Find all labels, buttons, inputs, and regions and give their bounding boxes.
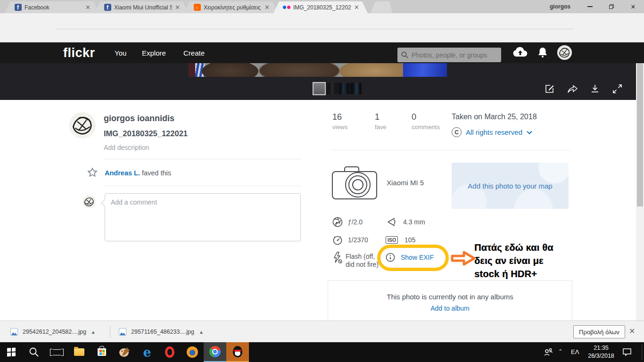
aperture-icon [332,217,343,229]
language-indicator[interactable]: ΕΛ [571,348,579,355]
add-to-map-link[interactable]: Add this photo to your map [468,182,552,190]
people-icon[interactable] [543,348,553,358]
start-button[interactable] [0,342,23,362]
views-count: 16 [332,112,342,122]
task-view-button[interactable] [45,342,68,362]
iso-icon: ISO [386,236,398,244]
show-desktop-button[interactable] [642,344,642,360]
photo-person [259,63,339,77]
annotation-text-line1: Πατάς εδώ και θα [474,242,553,253]
flickr-favicon-icon [283,4,290,11]
share-icon[interactable] [566,82,578,95]
opera-button[interactable] [158,342,181,362]
upload-cloud-icon[interactable] [512,47,528,60]
photo-image[interactable] [189,63,447,77]
tab-close-icon[interactable]: ✕ [354,4,359,10]
comments-count: 0 [412,112,416,122]
page-scrollbar[interactable]: ▲ [636,42,644,321]
photo-thumbnail[interactable] [350,83,362,94]
nav-create[interactable]: Create [183,49,205,57]
faved-by-line: Andreas L. faved this [105,169,171,177]
close-downloads-icon[interactable]: ✕ [629,327,635,336]
tab-flickr-active[interactable]: IMG_20180325_122021 | ✕ [273,1,368,13]
commenter-avatar [83,195,96,208]
firefox-icon [187,346,198,358]
highlight-oval-annotation [377,245,449,271]
download-item[interactable]: 29542612_204582....jpg ▲ [6,325,107,339]
chevron-down-icon [527,131,532,134]
comment-input-wrapper [105,193,301,241]
profile-name-badge[interactable]: giorgos [550,3,570,10]
photo-thumbnail[interactable] [339,83,350,94]
file-explorer-button[interactable] [68,342,91,362]
firefox-button[interactable] [181,342,204,362]
notifications-bell-icon[interactable] [537,47,548,60]
annotation-text-line2: δεις αν είναι με [474,255,544,266]
user-avatar[interactable] [557,45,572,60]
tab-xiaomi-gr[interactable]: ⌂ Χειροκίνητες ρυθμίσεις κ ✕ [184,1,278,13]
download-bar: 29542612_204582....jpg ▲ 29571165_486233… [0,321,644,342]
add-to-map-box[interactable]: Add this photo to your map [452,163,569,209]
tab-xiaomi-miui[interactable]: f Xiaomi Miui Unofficial Su ✕ [94,1,189,13]
download-menu-chevron-icon[interactable]: ▲ [91,329,96,335]
scrollbar-thumb[interactable] [637,51,643,206]
flickr-logo[interactable]: flickr [63,46,95,60]
shutter-value: 1/2370 [348,236,368,244]
download-icon[interactable] [589,82,601,95]
iso-value: 105 [405,236,415,244]
tab-close-icon[interactable]: ✕ [85,4,91,10]
owner-name[interactable]: giorgos ioannidis [104,114,174,123]
fullscreen-icon[interactable] [611,82,623,95]
owner-avatar[interactable] [69,112,96,139]
faves-count[interactable]: 1 [375,112,380,122]
nav-you[interactable]: You [115,49,126,57]
qq-button[interactable] [226,342,249,362]
taskbar-search-button[interactable] [23,342,45,362]
show-all-downloads-button[interactable]: Προβολή όλων [573,325,625,338]
microsoft-store-button[interactable] [91,342,113,362]
add-description-link[interactable]: Add description [104,144,149,151]
edge-button[interactable]: e [136,342,158,362]
bookmarks-bar: MI en.miui.com ö c.mi.com ⌂ Xiaomi-Miui.… [0,29,644,42]
edge-icon: e [143,346,151,359]
search-input[interactable] [412,51,492,59]
clock[interactable]: 21:35 26/3/2018 [585,344,618,360]
arrow-annotation-icon [451,250,476,269]
action-center-icon[interactable] [622,348,632,358]
flickr-search-box[interactable] [397,48,501,62]
close-button[interactable]: ✕ [622,0,644,13]
minimize-button[interactable] [579,0,601,13]
new-tab-button[interactable] [371,1,392,13]
fave-star-icon [87,167,98,180]
browser-titlebar: f Facebook ✕ f Xiaomi Miui Unofficial Su… [0,0,644,13]
tab-title: Xiaomi Miui Unofficial Su [114,4,172,11]
tab-close-icon[interactable]: ✕ [175,4,180,10]
tab-title: Χειροκίνητες ρυθμίσεις κ [204,4,262,11]
restore-button[interactable] [601,0,622,13]
facebook-favicon-icon: f [14,4,22,11]
comment-input[interactable] [105,194,300,241]
albums-box: This photo is currently not in any album… [328,280,572,325]
taken-date: Taken on March 25, 2018 [452,113,537,121]
nav-explore[interactable]: Explore [142,49,166,57]
download-menu-chevron-icon[interactable]: ▲ [199,329,204,335]
faves-label[interactable]: fave [375,123,387,131]
photo-thumbnail-selected[interactable] [314,83,325,94]
faver-name-link[interactable]: Andreas L. [105,169,140,177]
edit-photo-icon[interactable] [543,82,555,95]
camera-model[interactable]: Xiaomi MI 5 [387,179,424,187]
chrome-button[interactable] [204,342,226,362]
windows-logo-icon [7,348,16,356]
add-to-album-link[interactable]: Add to album [430,304,470,312]
tab-facebook[interactable]: f Facebook ✕ [5,1,99,13]
photo-thumbnail[interactable] [327,83,338,94]
download-item[interactable]: 29571165_486233....jpg ▲ [114,325,215,339]
license-row[interactable]: C All rights reserved [452,127,532,137]
hidden-icons-chevron[interactable]: ⌃ [558,348,562,354]
paint3d-button[interactable] [113,342,136,362]
divider [104,159,302,159]
flash-value-line1: Flash (off, [346,253,375,260]
camera-icon [331,165,378,203]
browser-toolbar: Ασφαλές https://www.flickr.com /photos/1… [0,13,644,29]
tab-close-icon[interactable]: ✕ [264,4,270,10]
